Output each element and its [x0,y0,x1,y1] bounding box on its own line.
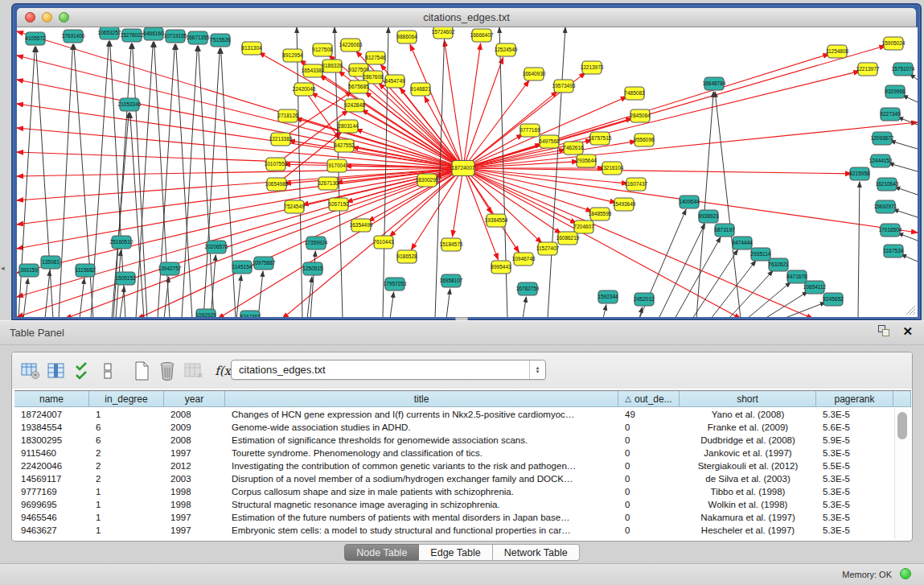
graph-edge-selected[interactable] [304,89,339,139]
table-row[interactable]: 969969511998Structural magnetic resonanc… [14,498,893,511]
table-row[interactable]: 946554611997Estimation of the future num… [14,511,893,524]
graph-node[interactable]: 17016504 [879,224,902,237]
graph-node-selected[interactable]: 12213383 [269,133,293,146]
vertical-scrollbar[interactable] [894,408,910,539]
graph-node[interactable]: 8215958 [849,167,870,180]
graph-node[interactable]: 9474444 [732,237,753,249]
graph-node-selected[interactable]: 14226063 [339,39,363,51]
graph-node-selected[interactable]: 11527407 [536,242,560,255]
graph-edge-selected[interactable] [463,168,542,243]
graph-node-selected[interactable]: 3267130 [318,177,339,190]
graph-node[interactable]: 9245652 [823,293,844,306]
graph-node-selected[interactable]: 7485083 [624,87,645,100]
new-document-icon[interactable] [129,359,154,383]
table-row[interactable]: 1938455462009Genome-wide association stu… [14,421,893,434]
graph-edge-selected[interactable] [362,109,463,168]
graph-node[interactable]: 25160510 [110,236,133,249]
graph-node[interactable]: 8938923 [698,210,719,223]
graph-node-selected[interactable]: 9127508 [312,43,333,56]
graph-node[interactable]: 135081 [41,256,60,269]
graph-node-selected[interactable]: 8127546 [365,51,386,64]
scrollbar-thumb[interactable] [897,412,907,439]
graph-node[interactable]: 9329966 [885,85,906,98]
graph-node-selected[interactable]: 8427552 [334,139,355,152]
graph-edge-selected[interactable] [444,40,463,168]
graph-node-selected[interactable]: 10946748 [512,253,536,266]
graph-node-selected[interactable]: 16086219 [556,232,580,245]
table-header-row[interactable]: namein_degreeyeartitle△out_de...shortpag… [14,390,911,407]
tab-network-table[interactable]: Network Table [493,544,580,561]
graph-node-selected[interactable]: 12213977 [856,63,880,76]
graph-node[interactable]: 12093872 [871,132,894,145]
graph-node[interactable]: 1145154 [232,261,253,274]
tab-edge-table[interactable]: Edge Table [419,544,492,561]
graph-node[interactable]: 15276022 [121,29,144,42]
graph-edge[interactable] [390,292,394,317]
column-header-pagerank[interactable]: pagerank [816,391,893,406]
graph-edge[interactable] [893,209,918,217]
column-header-year[interactable]: year [164,391,225,406]
graph-edge-selected[interactable] [17,104,463,168]
graph-node[interactable]: 15751074 [892,63,915,76]
graph-node[interactable]: 16648784 [703,77,726,90]
graph-edge-selected[interactable] [400,88,463,168]
graph-node-selected[interactable]: 8131304 [241,42,262,55]
graph-node-selected[interactable]: 12524549 [495,43,518,56]
graph-node-selected[interactable]: 22420046 [293,83,316,96]
network-graph[interactable]: 4105572376914061065325715276022646616010… [17,27,918,317]
column-header-short[interactable]: short [680,391,816,406]
graph-edge[interactable] [523,297,526,317]
graph-node[interactable]: 16782759 [516,282,540,295]
graph-node[interactable]: 1592344 [598,290,618,303]
graph-node-selected[interactable]: 13216104 [601,162,624,175]
graph-edge[interactable] [711,261,756,317]
resize-grip-icon[interactable] [903,303,916,315]
graph-node-selected[interactable]: 917004 [327,159,347,172]
graph-node[interactable]: 37691406 [62,30,85,43]
graph-edge[interactable] [45,270,50,317]
table-row[interactable]: 1830029562008Estimation of significance … [14,434,893,447]
graph-edge[interactable] [120,286,125,317]
collapse-arrow-icon[interactable]: ◂ [1,264,5,272]
graph-node-selected[interactable]: 9267150 [328,198,349,211]
graph-node[interactable]: 7515526 [210,34,231,47]
graph-node[interactable]: 7632621 [768,258,789,271]
graph-node-selected[interactable]: 9777169 [519,124,540,137]
table-settings-icon[interactable] [18,359,43,383]
graph-node-selected[interactable]: 15184575 [440,238,463,251]
graph-edge[interactable] [112,113,129,317]
graph-edge[interactable] [894,187,918,195]
graph-node[interactable]: 12444153 [869,154,893,167]
graph-node[interactable]: 16210643 [876,178,899,191]
network-canvas[interactable]: 4105572376914061065325715276022646616010… [17,27,918,317]
graph-edge[interactable] [158,44,175,317]
graph-node[interactable]: 10975887 [253,257,276,270]
graph-node-selected[interactable]: 7204607 [573,220,594,233]
graph-edge-selected[interactable] [463,43,481,168]
graph-edge-selected[interactable] [463,46,885,168]
table-column-icon[interactable] [44,359,68,383]
tab-node-table[interactable]: Node Table [344,544,419,561]
graph-node-selected[interactable]: 9886064 [396,31,417,43]
graph-node[interactable]: 1115682 [76,264,96,277]
graph-node-selected[interactable]: 16354499 [350,219,373,232]
table-row[interactable]: 1872400712008Changes of HCN gene express… [14,408,893,421]
graph-edge[interactable] [548,27,565,317]
graph-node[interactable]: 4105572 [25,32,46,45]
graph-node[interactable]: 6466160 [143,27,164,40]
graph-edge-selected[interactable] [453,168,463,237]
graph-node[interactable]: 6873197 [714,224,735,237]
graph-edge-selected[interactable] [463,168,519,253]
graph-node-selected[interactable]: 2935644 [576,154,597,167]
graph-edge-selected[interactable] [410,44,463,168]
graph-node[interactable]: 1250515 [302,262,323,275]
table-selector-dropdown[interactable]: citations_edges.txt ▲▼ [231,360,546,380]
graph-edge-selected[interactable] [463,168,852,174]
graph-node-selected[interactable]: 18485595 [589,208,612,220]
network-window[interactable]: citations_edges.txt 41055723769140610653… [11,3,922,320]
graph-edge[interactable] [858,182,860,317]
graph-node-selected[interactable]: 15493649 [613,198,636,211]
graph-node[interactable]: 2452012 [634,293,655,306]
graph-node[interactable]: 1092929 [195,309,216,317]
graph-node[interactable]: 9227349 [880,108,901,121]
